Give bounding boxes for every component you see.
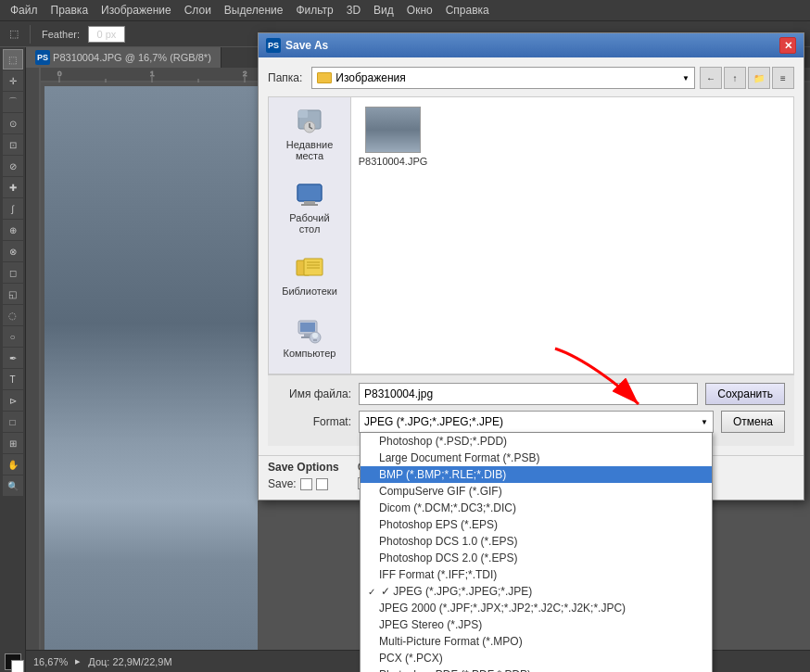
menu-view[interactable]: Вид — [368, 2, 399, 19]
tool-quick-select[interactable]: ⊙ — [3, 113, 23, 133]
tool-crop[interactable]: ⊡ — [3, 134, 23, 155]
recent-svg — [295, 107, 324, 136]
menu-select[interactable]: Выделение — [219, 2, 289, 19]
format-option-12[interactable]: Multi-Picture Format (*.MPO) — [361, 633, 712, 650]
folder-select[interactable]: Изображения ▼ — [311, 67, 695, 89]
doc-info: Доц: 22,9М/22,9М — [88, 656, 171, 667]
toolbar-sep-1 — [30, 25, 31, 44]
format-option-13[interactable]: PCX (*.PCX) — [361, 650, 712, 666]
document-tab[interactable]: PS P8310004.JPG @ 16,7% (RGB/8*) — [26, 47, 221, 68]
dialog-close-button[interactable]: ✕ — [779, 37, 796, 54]
save-check-1[interactable] — [300, 478, 312, 490]
save-check-2[interactable] — [316, 478, 328, 490]
left-item-computer[interactable]: Компьютер — [275, 311, 345, 363]
tool-zoom[interactable]: 🔍 — [3, 475, 23, 496]
filename-row: Имя файла: Сохранить — [277, 383, 785, 405]
tool-marquee[interactable]: ⬚ — [3, 49, 23, 70]
tool-lasso[interactable]: ⌒ — [3, 92, 23, 112]
canvas-image — [44, 86, 258, 650]
filename-input[interactable] — [359, 383, 698, 405]
save-dialog: PS Save As ✕ Папка: Изображения ▼ ← ↑ 📁 … — [258, 32, 804, 501]
svg-rect-14 — [298, 110, 308, 118]
tool-text[interactable]: T — [3, 369, 23, 389]
svg-rect-19 — [301, 204, 318, 206]
folder-label: Папка: — [268, 71, 302, 84]
ps-tab-icon: PS — [35, 50, 50, 65]
thumbnail-image — [366, 108, 420, 152]
right-panel: P8310004.JPG — [351, 96, 794, 374]
nav-buttons: ← ↑ 📁 ≡ — [700, 67, 794, 89]
menu-3d[interactable]: 3D — [341, 2, 366, 19]
menu-layer[interactable]: Слои — [179, 2, 217, 19]
format-option-4[interactable]: Dicom (*.DCM;*.DC3;*.DIC) — [361, 500, 712, 516]
save-row: Save: — [268, 477, 339, 490]
menu-image[interactable]: Изображение — [95, 2, 177, 19]
feather-input[interactable]: 0 px — [88, 26, 125, 43]
nav-new-folder[interactable]: 📁 — [748, 67, 770, 89]
tool-move[interactable]: ✛ — [3, 70, 23, 91]
tool-pen[interactable]: ✒ — [3, 348, 23, 368]
svg-rect-17 — [297, 184, 322, 201]
save-options-label: Save Options — [268, 461, 339, 474]
format-option-5[interactable]: Photoshop EPS (*.EPS) — [361, 516, 712, 533]
ruler-v-svg — [26, 68, 41, 650]
dialog-title-bar: PS Save As ✕ — [259, 33, 804, 57]
foreground-color[interactable] — [5, 653, 21, 670]
tool-dodge[interactable]: ○ — [3, 326, 23, 347]
toolbar-select[interactable]: ⬚ — [5, 25, 23, 43]
tool-blur[interactable]: ◌ — [3, 305, 23, 325]
format-option-10[interactable]: JPEG 2000 (*.JPF;*.JPX;*.JP2;*.J2C;*.J2K… — [361, 600, 712, 616]
tool-eyedropper[interactable]: ⊘ — [3, 156, 23, 176]
computer-icon — [295, 315, 324, 345]
menu-help[interactable]: Справка — [440, 2, 495, 19]
status-sep: ▸ — [75, 655, 81, 667]
tool-hand[interactable]: ✋ — [3, 454, 23, 475]
format-option-7[interactable]: Photoshop DCS 2.0 (*.EPS) — [361, 550, 712, 566]
dialog-content: Недавние места Рабочий стол — [268, 96, 794, 374]
folder-name: Изображения — [335, 71, 405, 84]
left-item-desktop[interactable]: Рабочий стол — [275, 175, 345, 239]
menu-file[interactable]: Файл — [5, 2, 44, 19]
format-option-3[interactable]: CompuServe GIF (*.GIF) — [361, 483, 712, 500]
save-button[interactable]: Сохранить — [705, 383, 785, 405]
tool-healing[interactable]: ✚ — [3, 177, 23, 197]
format-option-14[interactable]: Photoshop PDF (*.PDF;*.PDP) — [361, 666, 712, 672]
libraries-label: Библиотеки — [282, 285, 337, 297]
format-option-11[interactable]: JPEG Stereo (*.JPS) — [361, 616, 712, 633]
tool-gradient[interactable]: ◱ — [3, 284, 23, 304]
format-dropdown[interactable]: Photoshop (*.PSD;*.PDD) Large Document F… — [360, 432, 713, 672]
svg-rect-21 — [304, 259, 323, 275]
format-option-1[interactable]: Large Document Format (*.PSB) — [361, 450, 712, 466]
format-option-9[interactable]: ✓ JPEG (*.JPG;*.JPEG;*.JPE) — [361, 583, 712, 600]
file-item-main[interactable]: P8310004.JPG — [356, 102, 430, 171]
format-option-8[interactable]: IFF Format (*.IFF;*.TDI) — [361, 566, 712, 583]
left-panel: Недавние места Рабочий стол — [268, 96, 351, 374]
menu-edit[interactable]: Правка — [45, 2, 95, 19]
nav-view[interactable]: ≡ — [772, 67, 794, 89]
recent-label: Недавние места — [280, 139, 340, 161]
left-item-libraries[interactable]: Библиотеки — [275, 248, 345, 301]
computer-label: Компьютер — [284, 348, 336, 359]
tool-path[interactable]: ⊳ — [3, 390, 23, 411]
format-option-0[interactable]: Photoshop (*.PSD;*.PDD) — [361, 433, 712, 450]
tool-shape[interactable]: □ — [3, 412, 23, 432]
nav-back[interactable]: ← — [700, 67, 722, 89]
format-option-6[interactable]: Photoshop DCS 1.0 (*.EPS) — [361, 533, 712, 550]
background-color[interactable] — [11, 660, 24, 672]
cancel-button[interactable]: Отмена — [721, 411, 785, 433]
format-select[interactable]: JPEG (*.JPG;*.JPEG;*.JPE) ▼ Photoshop (*… — [359, 411, 714, 433]
tool-brush[interactable]: ∫ — [3, 198, 23, 219]
nav-up[interactable]: ↑ — [724, 67, 746, 89]
format-option-2[interactable]: BMP (*.BMP;*.RLE;*.DIB) — [361, 466, 712, 483]
menu-window[interactable]: Окно — [401, 2, 438, 19]
tool-history[interactable]: ⊗ — [3, 241, 23, 261]
menu-filter[interactable]: Фильтр — [290, 2, 338, 19]
left-item-recent[interactable]: Недавние места — [275, 102, 345, 166]
recent-icon — [295, 107, 324, 136]
tool-3d[interactable]: ⊞ — [3, 433, 23, 453]
tool-clone[interactable]: ⊕ — [3, 220, 23, 240]
tool-eraser[interactable]: ◻ — [3, 262, 23, 283]
svg-text:0: 0 — [57, 70, 62, 78]
zoom-level: 16,67% — [33, 656, 68, 667]
toolbox: ⬚ ✛ ⌒ ⊙ ⊡ ⊘ ✚ ∫ ⊕ ⊗ ◻ ◱ ◌ ○ ✒ T ⊳ □ ⊞ ✋ … — [0, 47, 26, 672]
